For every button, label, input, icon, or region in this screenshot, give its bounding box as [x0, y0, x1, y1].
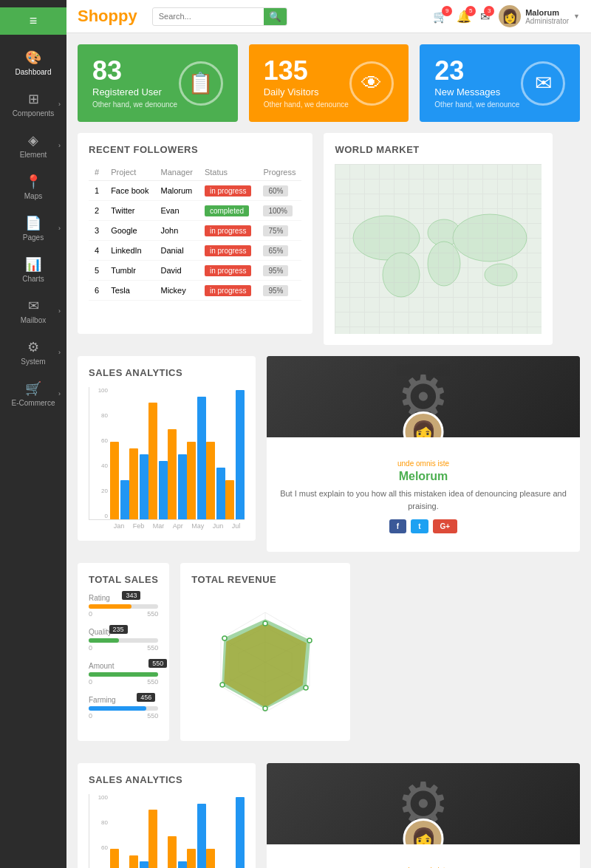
search-button[interactable]: 🔍	[264, 8, 287, 25]
x-label: Mar	[153, 522, 165, 530]
bar-group	[129, 448, 148, 519]
world-market-title: WORLD MARKET	[335, 144, 542, 155]
slider-fill: 550	[89, 672, 158, 677]
bar-group	[187, 804, 206, 868]
chevron-right-icon-5: ›	[58, 349, 61, 356]
profile-body-2: unde omnis iste Melorum But I must expla…	[267, 844, 580, 868]
slider-range: 0550	[89, 644, 158, 652]
slider-track: 235	[89, 638, 158, 643]
table-row: 3 Google John in progress 75%	[89, 221, 301, 241]
bar-orange	[168, 836, 177, 868]
bar-orange	[110, 442, 119, 519]
sidebar-label-dashboard: Dashboard	[16, 68, 52, 76]
bar-chart-area-2	[110, 794, 245, 868]
total-revenue-card: TOTAL REVENUE	[180, 563, 350, 741]
sales-analytics-card-2: SALES ANALYTICS 100806040200	[78, 763, 256, 868]
bar-blue	[216, 468, 225, 519]
bar-group	[187, 397, 206, 519]
search-input[interactable]	[153, 9, 264, 24]
search-bar[interactable]: 🔍	[152, 7, 287, 26]
sidebar-label-element: Element	[20, 151, 47, 159]
recent-followers-card: RECENT FOLLOWERS # Project Manager Statu…	[78, 133, 312, 334]
row-followers-market: RECENT FOLLOWERS # Project Manager Statu…	[78, 133, 580, 345]
cart-badge: 9	[442, 6, 452, 16]
bar-group	[110, 849, 129, 868]
sales-analytics-title-2: SALES ANALYTICS	[89, 774, 245, 785]
google-plus-button[interactable]: G+	[433, 519, 458, 533]
bar-blue	[178, 454, 187, 519]
stat-number-visitors: 135	[264, 58, 349, 84]
sidebar-label-mailbox: Mailbox	[21, 316, 46, 324]
sidebar-item-maps[interactable]: 📍 Maps	[0, 166, 66, 208]
facebook-button[interactable]: f	[389, 519, 406, 533]
slider-value: 235	[109, 625, 128, 634]
stat-number-messages: 23	[434, 58, 519, 84]
chevron-right-icon-2: ›	[58, 142, 61, 149]
stat-sub-messages: Other hand, we denounce	[434, 100, 519, 109]
sidebar-item-dashboard[interactable]: 🎨 Dashboard	[0, 42, 66, 83]
stat-number-users: 83	[92, 58, 177, 84]
cell-manager: David	[155, 261, 199, 281]
slider-value: 550	[148, 659, 167, 668]
bar-group	[148, 810, 168, 868]
bar-group	[206, 849, 225, 868]
cell-manager: Mickey	[155, 281, 199, 301]
world-market-card: WORLD MARKET	[324, 133, 553, 345]
message-icon-button[interactable]: ✉ 3	[480, 10, 490, 24]
header-icons: 🛒 9 🔔 5 ✉ 3 👩 Malorum Administrator ▼	[433, 5, 580, 27]
cell-manager: John	[155, 221, 199, 241]
sidebar-item-pages[interactable]: 📄 Pages ›	[0, 208, 66, 249]
svg-point-19	[222, 636, 227, 640]
chevron-right-icon-6: ›	[58, 390, 61, 397]
cell-num: 6	[89, 281, 105, 301]
twitter-button[interactable]: t	[411, 519, 428, 533]
total-sales-card: TOTAL SALES Rating 343 0550 Quality 235 …	[78, 563, 169, 741]
bar-group	[225, 797, 245, 868]
bar-orange	[206, 849, 215, 868]
sidebar-item-components[interactable]: ⊞ Components ›	[0, 83, 66, 125]
cell-project: Twitter	[105, 201, 154, 221]
profile-tag: unde omnis iste	[278, 459, 569, 468]
slider-fill: 343	[89, 604, 131, 609]
bell-icon-button[interactable]: 🔔 5	[457, 10, 471, 24]
cart-icon-button[interactable]: 🛒 9	[433, 10, 448, 24]
slider-row: Amount 550 0550	[89, 662, 158, 686]
x-label: Jun	[213, 522, 224, 530]
profile-card: ⚙ 👩 unde omnis iste Melorum But I must e…	[267, 356, 580, 552]
row-analytics-profile: SALES ANALYTICS 100806040200	[78, 356, 580, 552]
sidebar-logo[interactable]: ≡	[0, 7, 66, 35]
sidebar-item-mailbox[interactable]: ✉ Mailbox ›	[0, 290, 66, 332]
element-icon: ◈	[28, 132, 38, 148]
col-num: #	[89, 164, 105, 181]
sidebar-item-ecommerce[interactable]: 🛒 E-Commerce ›	[0, 373, 66, 414]
x-label: Apr	[173, 522, 183, 530]
profile-name: Melorum	[278, 470, 569, 483]
page-content: 83 Registered User Other hand, we denoun…	[66, 33, 591, 868]
cell-manager: Malorum	[155, 181, 199, 201]
bar-group	[129, 855, 148, 868]
bar-orange	[148, 403, 157, 519]
sales-analytics-title: SALES ANALYTICS	[89, 367, 245, 378]
ecommerce-icon: 🛒	[25, 380, 41, 397]
sidebar-label-ecommerce: E-Commerce	[12, 399, 55, 407]
stat-label-messages: New Messages	[434, 86, 519, 98]
sidebar-item-charts[interactable]: 📊 Charts	[0, 249, 66, 290]
pages-icon: 📄	[25, 215, 41, 231]
sidebar-item-system[interactable]: ⚙ System ›	[0, 332, 66, 373]
stat-label-visitors: Daily Visitors	[264, 86, 349, 98]
profile-description: But I must explain to you how all this m…	[278, 488, 569, 512]
user-menu[interactable]: 👩 Malorum Administrator ▼	[499, 5, 580, 27]
col-manager: Manager	[155, 164, 199, 181]
sidebar-item-element[interactable]: ◈ Element ›	[0, 125, 66, 166]
stat-info-users: 83 Registered User Other hand, we denoun…	[92, 58, 177, 109]
bar-orange	[187, 849, 196, 868]
slider-value: 456	[137, 693, 155, 702]
stat-info-visitors: 135 Daily Visitors Other hand, we denoun…	[264, 58, 349, 109]
col-status: Status	[199, 164, 257, 181]
cell-manager: Danial	[155, 241, 199, 261]
bar-blue	[140, 454, 148, 519]
cell-progress: 95%	[257, 261, 301, 281]
app-logo: Shoppy	[78, 7, 137, 26]
svg-marker-13	[222, 620, 310, 708]
cell-num: 1	[89, 181, 105, 201]
